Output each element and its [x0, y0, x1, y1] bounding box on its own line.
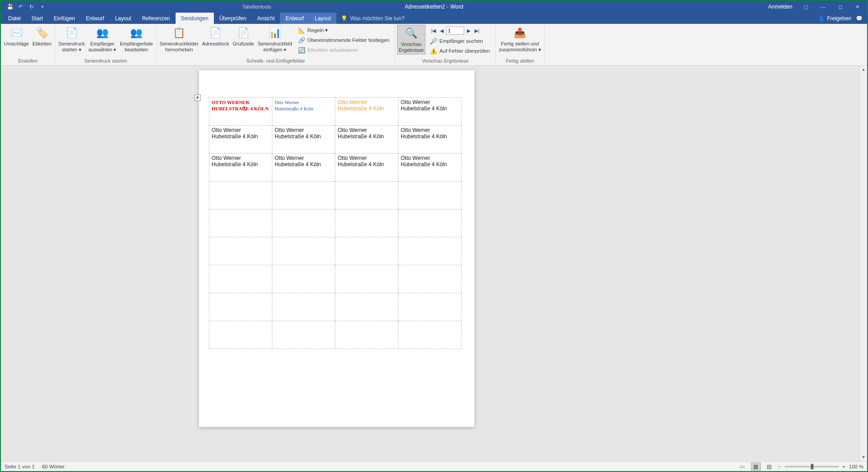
table-row: [209, 237, 461, 265]
scroll-up-icon[interactable]: ▲: [860, 66, 867, 73]
label-cell[interactable]: [209, 209, 272, 237]
check-errors-button[interactable]: ⚠️Auf Fehler überprüfen: [428, 46, 492, 55]
edit-recipients-button[interactable]: 👥Empfängerlistebearbeiten: [118, 25, 154, 54]
label-cell[interactable]: OTTO WERNERHUBELSTRAẞE 4 KÖLN: [209, 98, 272, 126]
label-cell[interactable]: [398, 321, 461, 349]
label-cell[interactable]: [209, 265, 272, 293]
label-cell[interactable]: [272, 209, 335, 237]
label-cell[interactable]: [272, 265, 335, 293]
tab-design[interactable]: Entwurf: [81, 13, 110, 24]
label-cell[interactable]: Otto WernerHubelstraße 4 Köln: [209, 154, 272, 182]
start-merge-button[interactable]: 📄Seriendruckstarten ▾: [57, 25, 86, 54]
label-cell[interactable]: [272, 293, 335, 321]
label-cell[interactable]: Otto WernerHubelstraße 4 Köln: [335, 98, 398, 126]
tab-table-layout[interactable]: Layout: [309, 13, 336, 24]
minimize-icon[interactable]: —: [815, 1, 831, 13]
redo-icon[interactable]: ↻: [26, 1, 37, 12]
page-status[interactable]: Seite 1 von 1: [5, 464, 35, 469]
envelopes-button[interactable]: ✉️Umschläge: [3, 25, 30, 48]
zoom-level[interactable]: 100 %: [849, 464, 863, 469]
tell-me-search[interactable]: 💡 Was möchten Sie tun?: [336, 13, 404, 24]
tab-references[interactable]: Referenzen: [136, 13, 175, 24]
label-cell[interactable]: Otto WernerHubelstraße 4 Köln: [398, 98, 461, 126]
greeting-line-button[interactable]: 📄Grußzeile: [231, 25, 256, 48]
close-icon[interactable]: ✕: [849, 1, 865, 13]
group-preview: 🔍VorschauErgebnisse |◀ ◀ ▶ ▶| 🔎Empfänger…: [395, 24, 496, 65]
save-icon[interactable]: 💾: [5, 1, 15, 12]
tab-home[interactable]: Start: [26, 13, 48, 24]
label-cell[interactable]: Otto WernerHubelstraße 4 Köln: [272, 154, 335, 182]
label-cell[interactable]: Otto WernerHubelstraße 4 Köln: [272, 126, 335, 154]
label-cell[interactable]: [272, 321, 335, 349]
address-block-button[interactable]: 📄Adressblock: [201, 25, 231, 48]
print-layout-icon[interactable]: ▦: [751, 463, 761, 471]
next-record-icon[interactable]: ▶: [465, 28, 472, 34]
label-cell[interactable]: Otto WernerHubelstraße 4 Köln: [272, 98, 335, 126]
label-cell[interactable]: [209, 237, 272, 265]
label-cell[interactable]: [272, 182, 335, 209]
record-number-input[interactable]: [446, 27, 464, 35]
label-cell[interactable]: [398, 237, 461, 265]
tab-layout[interactable]: Layout: [109, 13, 136, 24]
ribbon-options-icon[interactable]: ▢: [798, 1, 814, 13]
label-cell[interactable]: [272, 237, 335, 265]
rules-button[interactable]: 📐Regeln ▾: [296, 26, 391, 35]
share-icon: 👤: [818, 15, 825, 22]
insert-merge-field-button[interactable]: 📊Seriendruckfeldeinfügen ▾: [256, 25, 293, 54]
read-mode-icon[interactable]: ▭: [737, 463, 747, 471]
document-area[interactable]: ✥ OTTO WERNERHUBELSTRAẞE 4 KÖLN Otto Wer…: [1, 66, 867, 461]
zoom-in-icon[interactable]: +: [842, 464, 845, 469]
tab-mailings[interactable]: Sendungen: [176, 13, 214, 24]
label-cell[interactable]: Otto WernerHubelstraße 4 Köln: [335, 154, 398, 182]
label-cell[interactable]: [398, 265, 461, 293]
label-cell[interactable]: [335, 265, 398, 293]
undo-icon[interactable]: ↶: [15, 1, 26, 12]
find-recipient-button[interactable]: 🔎Empfänger suchen: [428, 36, 492, 45]
vertical-scrollbar[interactable]: ▲ ▼: [859, 66, 867, 461]
web-layout-icon[interactable]: ▤: [764, 463, 774, 471]
qat-customize-icon[interactable]: ▾: [37, 1, 48, 12]
prev-record-icon[interactable]: ◀: [438, 28, 445, 34]
tab-file[interactable]: Datei: [3, 13, 26, 24]
table-row: [209, 182, 461, 209]
label-cell[interactable]: Otto WernerHubelstraße 4 Köln: [398, 154, 461, 182]
labels-button[interactable]: 🏷️Etiketten: [31, 25, 53, 48]
label-cell[interactable]: [209, 293, 272, 321]
signin-button[interactable]: Anmelden: [764, 4, 797, 10]
labels-table[interactable]: OTTO WERNERHUBELSTRAẞE 4 KÖLN Otto Werne…: [209, 97, 461, 349]
select-recipients-button[interactable]: 👥Empfängerauswählen ▾: [87, 25, 118, 54]
last-record-icon[interactable]: ▶|: [473, 28, 480, 34]
first-record-icon[interactable]: |◀: [430, 28, 437, 34]
label-cell[interactable]: Otto WernerHubelstraße 4 Köln: [209, 126, 272, 154]
label-cell[interactable]: [398, 293, 461, 321]
label-cell[interactable]: [398, 182, 461, 209]
label-cell[interactable]: [335, 182, 398, 209]
scroll-down-icon[interactable]: ▼: [860, 454, 867, 461]
tab-table-design[interactable]: Entwurf: [280, 13, 309, 24]
label-cell[interactable]: [335, 237, 398, 265]
label-cell[interactable]: Otto WernerHubelstraße 4 Köln: [398, 126, 461, 154]
table-move-handle-icon[interactable]: ✥: [194, 95, 201, 101]
label-cell[interactable]: [209, 321, 272, 349]
finish-merge-button[interactable]: 📤Fertig stellen undzusammenführen ▾: [497, 25, 542, 54]
label-cell[interactable]: [335, 209, 398, 237]
label-cell[interactable]: [335, 293, 398, 321]
preview-results-button[interactable]: 🔍VorschauErgebnisse: [397, 25, 425, 54]
label-cell[interactable]: [335, 321, 398, 349]
label-cell[interactable]: [398, 209, 461, 237]
tab-view[interactable]: Ansicht: [252, 13, 280, 24]
tab-insert[interactable]: Einfügen: [48, 13, 80, 24]
label-cell[interactable]: Otto WernerHubelstraße 4 Köln: [335, 126, 398, 154]
word-count[interactable]: 60 Wörter: [42, 464, 65, 469]
zoom-out-icon[interactable]: −: [778, 464, 781, 469]
highlight-fields-button[interactable]: 📋Seriendruckfelderhervorheben: [158, 25, 200, 54]
check-icon: ⚠️: [430, 47, 437, 54]
comments-icon[interactable]: 💬: [856, 15, 863, 22]
maximize-icon[interactable]: ◻: [832, 1, 848, 13]
match-fields-button[interactable]: 🔗Übereinstimmende Felder festlegen: [296, 36, 391, 45]
zoom-thumb[interactable]: [811, 464, 814, 469]
label-cell[interactable]: [209, 182, 272, 209]
share-button[interactable]: 👤 Freigeben: [818, 15, 851, 22]
tab-review[interactable]: Überprüfen: [214, 13, 252, 24]
zoom-slider[interactable]: [785, 466, 839, 467]
